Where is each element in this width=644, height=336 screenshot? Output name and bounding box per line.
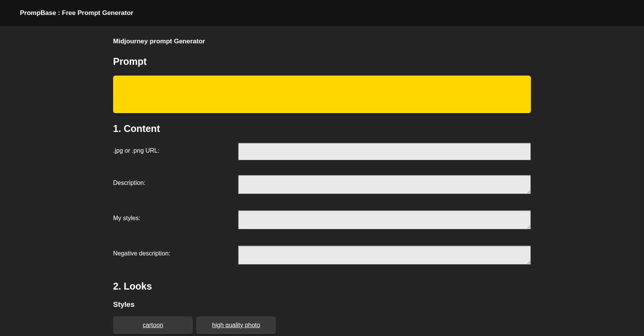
main-container: Midjourney prompt Generator Prompt 1. Co… [113,26,531,336]
styles-subheading: Styles [113,300,531,309]
app-header: PrompBase : Free Prompt Generator [0,0,644,26]
url-label: .jpg or .png URL: [113,143,238,154]
negative-input[interactable] [238,245,531,265]
negative-field-row: Negative description: [113,245,531,266]
mystyles-field-row: My styles: [113,210,531,231]
style-chip-high-quality-photo[interactable]: high quality photo [196,316,276,334]
prompt-heading: Prompt [113,56,531,67]
mystyles-input[interactable] [238,210,531,229]
description-label: Description: [113,175,238,186]
negative-label: Negative description: [113,245,238,257]
description-input[interactable] [238,175,531,194]
page-subtitle: Midjourney prompt Generator [113,38,531,45]
app-title: PrompBase : Free Prompt Generator [20,9,133,17]
url-input[interactable] [238,143,531,160]
content-heading: 1. Content [113,123,531,134]
description-field-row: Description: [113,175,531,196]
styles-chip-row: cartoon high quality photo [113,316,531,334]
mystyles-label: My styles: [113,210,238,222]
prompt-output-box[interactable] [113,76,531,113]
url-field-row: .jpg or .png URL: [113,143,531,160]
style-chip-cartoon[interactable]: cartoon [113,316,193,334]
looks-heading: 2. Looks [113,281,531,292]
